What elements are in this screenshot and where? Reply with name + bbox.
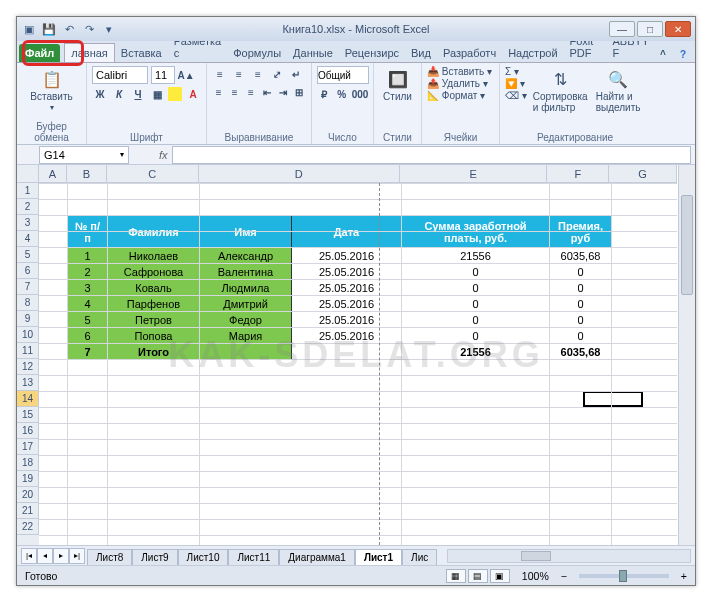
vertical-scrollbar[interactable] [678,165,695,545]
tab-review[interactable]: Рецензирс [339,44,405,62]
tab-developer[interactable]: Разработч [437,44,502,62]
sheet-tab[interactable]: Лист9 [132,549,177,565]
comma-icon[interactable]: 000 [352,86,368,102]
font-color-icon[interactable]: A [185,86,201,102]
row-header-12[interactable]: 12 [17,359,39,375]
sheet-nav-first[interactable]: |◂ [21,548,37,564]
indent-inc-icon[interactable]: ⇥ [277,84,290,100]
orientation-icon[interactable]: ⤢ [269,66,285,82]
row-header-18[interactable]: 18 [17,455,39,471]
qat-dropdown-icon[interactable]: ▾ [101,21,117,37]
zoom-slider[interactable] [579,574,669,578]
row-header-8[interactable]: 8 [17,295,39,311]
currency-icon[interactable]: ₽ [317,86,332,102]
row-header-5[interactable]: 5 [17,247,39,263]
spreadsheet-grid[interactable]: ABCDEFG 12345678910111213141516171819202… [17,165,695,545]
sheet-tab[interactable]: Диаграмма1 [279,549,355,565]
row-header-2[interactable]: 2 [17,199,39,215]
indent-dec-icon[interactable]: ⇤ [261,84,274,100]
sheet-tab[interactable]: Лис [402,549,437,565]
cells-area[interactable]: № п/п Фамилия Имя Дата Сумма заработной … [39,183,677,545]
format-cells-button[interactable]: 📐 Формат ▾ [427,90,485,101]
row-header-17[interactable]: 17 [17,439,39,455]
row-headers[interactable]: 12345678910111213141516171819202122 [17,183,39,545]
styles-button[interactable]: 🔲 Стили [379,66,416,104]
ribbon-minimize-icon[interactable]: ^ [655,46,671,62]
select-all-corner[interactable] [17,165,39,183]
delete-cells-button[interactable]: 📤 Удалить ▾ [427,78,488,89]
sort-filter-button[interactable]: ⇅ Сортировка и фильтр [531,66,590,115]
number-format-input[interactable] [317,66,369,84]
wrap-icon[interactable]: ↵ [288,66,304,82]
font-name-input[interactable] [92,66,148,84]
clear-button[interactable]: ⌫ ▾ [505,90,527,101]
grow-font-icon[interactable]: A▲ [178,67,194,83]
undo-icon[interactable]: ↶ [61,21,77,37]
paste-button[interactable]: 📋 Вставить ▾ [22,66,81,114]
tab-home[interactable]: лавная [64,43,115,62]
tab-view[interactable]: Вид [405,44,437,62]
zoom-level[interactable]: 100% [522,570,549,582]
column-headers[interactable]: ABCDEFG [39,165,677,183]
fill-color-icon[interactable] [168,87,182,101]
view-normal-icon[interactable]: ▦ [446,569,466,583]
tab-file[interactable]: Файл [19,44,60,62]
align-right-icon[interactable]: ≡ [244,84,257,100]
zoom-in-icon[interactable]: + [681,570,687,582]
percent-icon[interactable]: % [335,86,350,102]
row-header-4[interactable]: 4 [17,231,39,247]
sheet-tab[interactable]: Лист8 [87,549,132,565]
align-mid-icon[interactable]: ≡ [231,66,247,82]
bold-icon[interactable]: Ж [92,86,108,102]
row-header-9[interactable]: 9 [17,311,39,327]
col-header-B[interactable]: B [67,165,107,183]
merge-icon[interactable]: ⊞ [293,84,306,100]
col-header-G[interactable]: G [609,165,677,183]
align-top-icon[interactable]: ≡ [212,66,228,82]
sheet-nav-prev[interactable]: ◂ [37,548,53,564]
border-icon[interactable]: ▦ [149,86,165,102]
horizontal-scrollbar[interactable] [447,549,691,563]
row-header-21[interactable]: 21 [17,503,39,519]
view-layout-icon[interactable]: ▤ [468,569,488,583]
view-pagebreak-icon[interactable]: ▣ [490,569,510,583]
row-header-22[interactable]: 22 [17,519,39,535]
save-icon[interactable]: 💾 [41,21,57,37]
row-header-1[interactable]: 1 [17,183,39,199]
sheet-nav-next[interactable]: ▸ [53,548,69,564]
tab-formulas[interactable]: Формулы [227,44,287,62]
sheet-tab[interactable]: Лист10 [178,549,229,565]
formula-bar[interactable] [172,146,691,164]
row-header-16[interactable]: 16 [17,423,39,439]
close-button[interactable]: ✕ [665,21,691,37]
col-header-A[interactable]: A [39,165,67,183]
underline-icon[interactable]: Ч [130,86,146,102]
redo-icon[interactable]: ↷ [81,21,97,37]
align-center-icon[interactable]: ≡ [228,84,241,100]
tab-addins[interactable]: Надстрой [502,44,563,62]
row-header-6[interactable]: 6 [17,263,39,279]
italic-icon[interactable]: К [111,86,127,102]
tab-data[interactable]: Данные [287,44,339,62]
zoom-out-icon[interactable]: − [561,570,567,582]
align-bot-icon[interactable]: ≡ [250,66,266,82]
name-box[interactable]: G14▾ [39,146,129,164]
insert-cells-button[interactable]: 📥 Вставить ▾ [427,66,492,77]
row-header-19[interactable]: 19 [17,471,39,487]
help-icon[interactable]: ? [675,46,691,62]
sheet-tab[interactable]: Лист11 [228,549,279,565]
row-header-13[interactable]: 13 [17,375,39,391]
autosum-button[interactable]: Σ ▾ [505,66,527,77]
col-header-F[interactable]: F [547,165,609,183]
row-header-20[interactable]: 20 [17,487,39,503]
row-header-10[interactable]: 10 [17,327,39,343]
col-header-C[interactable]: C [107,165,199,183]
sheet-nav-last[interactable]: ▸| [69,548,85,564]
tab-insert[interactable]: Вставка [115,44,168,62]
sheet-tab[interactable]: Лист1 [355,549,402,565]
row-header-3[interactable]: 3 [17,215,39,231]
row-header-7[interactable]: 7 [17,279,39,295]
font-size-input[interactable] [151,66,175,84]
fx-icon[interactable]: fx [159,149,168,161]
col-header-E[interactable]: E [400,165,548,183]
